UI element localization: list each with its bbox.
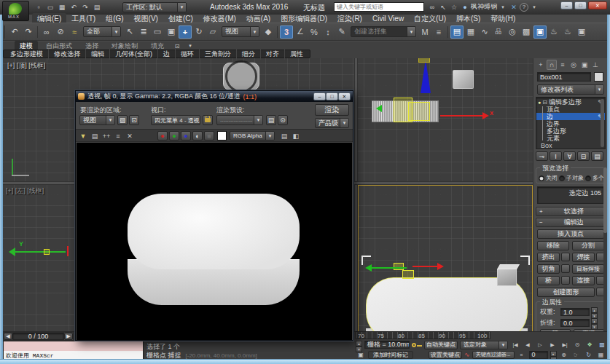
clone-window-icon[interactable]: ▤ — [90, 131, 100, 141]
modify-tab-icon[interactable]: ∩ — [547, 60, 557, 70]
new-file-icon[interactable]: ▫ — [34, 2, 44, 12]
configure-modifier-icon[interactable]: ▤ — [591, 151, 603, 161]
unlink-icon[interactable]: ⊘ — [54, 25, 67, 39]
project-folder-icon[interactable]: ▤ — [92, 2, 102, 12]
rendered-frame-icon[interactable]: ▣ — [533, 25, 547, 39]
auto-key-button[interactable]: 自动关键点 — [424, 341, 458, 349]
remove-button[interactable]: 移除 — [537, 241, 569, 250]
listener-pink-row[interactable] — [4, 341, 143, 351]
panel-polygon-modeling[interactable]: 多边形建模 — [5, 49, 49, 60]
edit-named-selection-icon[interactable]: ✎ — [335, 25, 348, 39]
add-channel-icon[interactable]: ++ — [101, 131, 112, 141]
bind-spacewarp-icon[interactable]: ≈ — [68, 25, 81, 39]
preview-multiple-radio[interactable] — [585, 175, 591, 181]
select-hint-icon[interactable]: ↖ — [438, 2, 448, 12]
chevron-down-icon[interactable]: ▾ — [112, 27, 120, 36]
render-window-close-button[interactable]: ✕ — [338, 92, 351, 100]
panel-tris[interactable]: 三角剖分 — [200, 49, 237, 60]
render-window-titlebar[interactable]: 透视, 帧 0, 显示 Gamma: 2.2, RGBA 颜色 16 位/通道 … — [76, 91, 353, 102]
orbit-icon[interactable]: ↻ — [584, 349, 594, 360]
preview-subobj-radio[interactable] — [559, 175, 565, 181]
motion-tab-icon[interactable]: ◎ — [568, 60, 579, 70]
named-selection-dropdown[interactable]: 创建选择集 ▾ — [351, 26, 416, 37]
auto-region-icon[interactable]: ⊡ — [129, 115, 139, 125]
rendered-image[interactable] — [77, 143, 352, 340]
chevron-down-icon[interactable]: ▾ — [200, 116, 200, 124]
record-icon[interactable]: ⊙ — [278, 115, 288, 125]
target-weld-button[interactable]: 目标焊接 — [572, 264, 604, 274]
render-preset-dropdown[interactable]: ------------------- ▾ — [216, 115, 263, 125]
percent-snap-icon[interactable]: % — [308, 25, 321, 39]
graphite-toggle-icon[interactable]: ▦ — [464, 25, 477, 39]
panel-loops[interactable]: 循环 — [176, 49, 200, 60]
help-chevron-icon[interactable]: ▾ — [529, 2, 539, 12]
preview-off-radio[interactable] — [539, 175, 544, 181]
bridge-button[interactable]: 桥 — [537, 276, 560, 285]
render-quality-dropdown[interactable]: 产品级 ▾ — [315, 118, 349, 128]
spinner-snap-icon[interactable]: ↕ — [321, 25, 335, 39]
mirror-icon[interactable]: M — [418, 25, 431, 39]
rollout-soft-selection[interactable]: + 软选择 — [536, 207, 606, 216]
area-to-render-dropdown[interactable]: 视图 ▾ — [79, 115, 115, 125]
go-to-end-icon[interactable]: ▶| — [560, 340, 570, 350]
window-minimize-button[interactable]: – — [560, 1, 573, 9]
snap-3d-icon[interactable]: 3 — [280, 25, 293, 39]
stack-row-box[interactable]: Box — [536, 142, 605, 149]
red-channel-button[interactable]: ● — [157, 131, 168, 141]
search-input[interactable] — [334, 2, 424, 12]
angle-snap-icon[interactable]: ∠ — [294, 25, 307, 39]
render-button[interactable]: 渲染 — [315, 104, 349, 116]
current-frame-field[interactable]: 0 — [529, 351, 548, 359]
key-step-icon[interactable]: « — [517, 349, 527, 360]
render-flyout-icon[interactable]: ▣ — [575, 25, 588, 39]
schematic-view-icon[interactable]: 品 — [492, 25, 505, 39]
material-editor-icon[interactable]: ◎ — [506, 25, 519, 39]
chevron-down-icon[interactable]: ▾ — [595, 85, 603, 94]
next-frame-icon[interactable]: ▶ — [547, 340, 558, 350]
bridge-settings-button[interactable] — [561, 276, 570, 285]
render-production-icon[interactable]: ♨ — [547, 25, 560, 39]
viewport-lock-icon[interactable] — [203, 115, 213, 125]
panel-geometry-all[interactable]: 几何体(全部) — [110, 49, 158, 60]
channel-display-dropdown[interactable]: RGB Alpha ▾ — [230, 131, 275, 141]
chevron-down-icon[interactable]: ▾ — [254, 116, 262, 124]
create-tab-icon[interactable]: + — [536, 60, 546, 70]
help-icon[interactable]: ? — [520, 3, 528, 12]
window-crossing-icon[interactable]: ▣ — [165, 25, 178, 39]
show-end-result-icon[interactable]: I — [550, 151, 562, 161]
move-icon[interactable]: + — [179, 25, 192, 39]
rotate-icon[interactable]: ↻ — [192, 25, 206, 39]
grid-spinner[interactable]: ▴▾ — [356, 341, 362, 349]
workspace-dropdown[interactable]: 工作区: 默认 ▾ — [122, 2, 187, 12]
background-color-swatch[interactable] — [217, 131, 227, 141]
utilities-tab-icon[interactable]: ⊥ — [590, 60, 601, 70]
render-setup-icon[interactable]: ▩ — [520, 25, 533, 39]
fullscreen-image-icon[interactable]: ◧ — [291, 131, 301, 141]
redo-icon[interactable]: ↷ — [22, 25, 35, 39]
create-shape-button[interactable]: 创建图形 — [537, 288, 595, 297]
user-avatar-icon[interactable]: ● — [460, 2, 470, 12]
remove-modifier-icon[interactable]: ⊟ — [577, 151, 590, 161]
bulb-icon[interactable]: ● — [538, 100, 541, 105]
display-tab-icon[interactable]: ▣ — [579, 60, 590, 70]
render-window-maximize-button[interactable]: □ — [326, 92, 338, 100]
frame-spinner[interactable]: ▴▾ — [550, 351, 557, 359]
chevron-down-icon[interactable]: ▾ — [407, 27, 415, 36]
search-icon[interactable]: ∞ — [427, 2, 437, 12]
select-link-icon[interactable]: ∞ — [40, 25, 53, 39]
max-logo[interactable]: MAX — [2, 1, 29, 21]
use-center-icon[interactable]: ◆ — [262, 25, 275, 39]
key-filters-button[interactable]: 关键点过滤器... — [472, 351, 515, 359]
username[interactable]: 枫神缚钢 — [471, 2, 497, 12]
blue-channel-button[interactable]: ● — [181, 131, 191, 141]
modifier-stack[interactable]: ● ⊟ 编辑多边形 ✎ 顶点 边 ✎ 边界 多边形 元素 Box — [536, 97, 606, 149]
weld-button[interactable]: 焊接 — [572, 253, 595, 262]
insert-vertex-button[interactable]: 插入顶点 — [537, 229, 604, 239]
select-object-icon[interactable]: ↖ — [123, 25, 136, 39]
stack-row-element[interactable]: 元素 — [536, 135, 605, 142]
window-close-button[interactable]: ✕ — [588, 1, 607, 9]
alpha-channel-button[interactable]: ■ — [204, 131, 214, 141]
chamfer-settings-button[interactable] — [561, 264, 570, 273]
snapshot-icon[interactable]: ▤ — [266, 115, 276, 125]
panel-edge[interactable]: 边 — [158, 49, 176, 60]
